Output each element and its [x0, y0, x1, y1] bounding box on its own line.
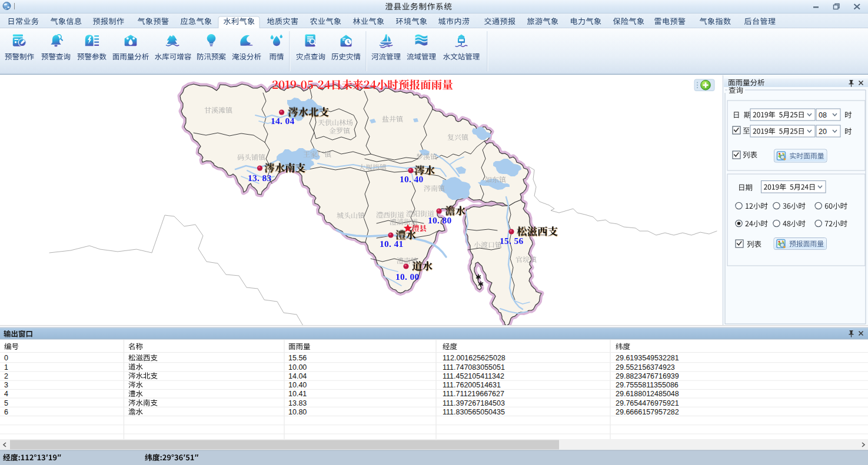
svg-text:6: 6	[4, 408, 8, 416]
svg-text:10. 80: 10. 80	[428, 215, 452, 225]
svg-text:08: 08	[819, 111, 827, 119]
svg-text:14. 04: 14. 04	[271, 116, 295, 126]
svg-text:29.6193549532281: 29.6193549532281	[616, 354, 679, 362]
svg-text:10.80: 10.80	[288, 408, 307, 416]
svg-text:2: 2	[4, 372, 8, 380]
svg-text:10. 00: 10. 00	[395, 272, 420, 282]
svg-text:111.76200514631: 111.76200514631	[443, 381, 501, 389]
svg-text:14.04: 14.04	[288, 372, 307, 380]
svg-text:10.40: 10.40	[288, 381, 307, 389]
svg-text:111.747083055051: 111.747083055051	[443, 363, 505, 372]
svg-text:111.830565050435: 111.830565050435	[443, 408, 505, 416]
svg-text:29.8823476716939: 29.8823476716939	[616, 372, 679, 380]
svg-text:112.001625625028: 112.001625625028	[443, 354, 505, 362]
svg-text:10.00: 10.00	[288, 363, 307, 372]
svg-text:15. 56: 15. 56	[500, 236, 524, 246]
svg-text:29.7654476975921: 29.7654476975921	[616, 399, 679, 407]
svg-text:10. 40: 10. 40	[400, 174, 424, 184]
svg-text:111.452105411342: 111.452105411342	[443, 372, 504, 380]
svg-text:3: 3	[4, 381, 8, 389]
svg-text:0: 0	[4, 354, 8, 362]
svg-text:29.6666157957282: 29.6666157957282	[616, 408, 679, 416]
svg-text:111.397267184503: 111.397267184503	[443, 399, 505, 407]
svg-text:13.83: 13.83	[288, 399, 307, 407]
svg-text:20: 20	[819, 128, 827, 136]
svg-text:111.711219667627: 111.711219667627	[443, 390, 504, 398]
svg-text:15.56: 15.56	[288, 354, 307, 362]
svg-text:1: 1	[4, 363, 8, 372]
svg-text:29.7555811355086: 29.7555811355086	[616, 381, 679, 389]
svg-text:10.41: 10.41	[288, 390, 307, 398]
svg-text:13. 83: 13. 83	[248, 173, 272, 183]
svg-text:10. 41: 10. 41	[380, 239, 404, 249]
svg-text:29.552156374923: 29.552156374923	[616, 363, 675, 372]
svg-text:29.6188012485048: 29.6188012485048	[616, 390, 679, 398]
svg-text:5: 5	[4, 399, 8, 407]
svg-text:4: 4	[4, 390, 8, 398]
